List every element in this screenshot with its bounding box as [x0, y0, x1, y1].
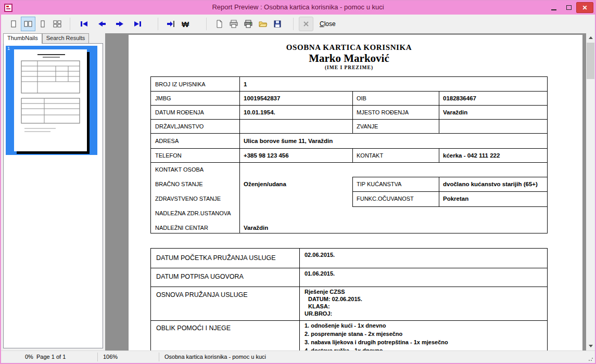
- printer-icon: [229, 20, 238, 28]
- field-value-line: Rješenje CZSS: [305, 289, 345, 295]
- vertical-scrollbar[interactable]: [586, 33, 595, 350]
- last-page-button[interactable]: [129, 17, 146, 31]
- page-width-icon: [39, 20, 47, 28]
- field-label: FUNKC.OČUVANOST: [357, 195, 414, 202]
- field-label: NADLEŽNI CENTAR: [155, 224, 208, 231]
- zoom-level-text: 106%: [103, 354, 118, 360]
- resize-grip[interactable]: [588, 356, 594, 362]
- field-label: DATUM POČETKA PRUŽANJA USLUGE: [156, 254, 276, 262]
- field-value-line: UR.BROJ:: [305, 310, 332, 317]
- stop-button[interactable]: [299, 17, 313, 31]
- field-value-line: DATUM: 02.06.2015.: [305, 296, 362, 303]
- field-label: KONTAKT OSOBA: [155, 166, 204, 173]
- status-bar: 0% Page 1 of 1 106% Osobna kartica koris…: [1, 350, 595, 363]
- field-label: TIP KUĆANSTVA: [357, 180, 401, 188]
- blank-page-button[interactable]: [212, 17, 226, 31]
- minimize-icon: [551, 9, 556, 10]
- field-value: Pokretan: [443, 195, 468, 202]
- next-page-button[interactable]: [111, 17, 129, 31]
- field-label: KONTAKT: [357, 152, 383, 159]
- field-label: MJESTO ROĐENJA: [357, 109, 409, 116]
- tab-thumbnails[interactable]: ThumbNails: [3, 33, 42, 44]
- thumbnail-content-icon: [14, 49, 87, 151]
- window-title: Report Preview : Osobna kartica korisnik…: [1, 3, 595, 11]
- page-info-text: Page 1 of 1: [36, 354, 66, 360]
- report-preview-window: Report Preview : Osobna kartica korisnik…: [0, 0, 596, 364]
- won-sign-icon: ₩: [182, 20, 189, 29]
- blank-page-icon: [215, 20, 223, 28]
- last-page-icon: [132, 20, 143, 28]
- field-value: 0182836467: [443, 95, 476, 102]
- field-label: OIB: [357, 95, 366, 102]
- close-label-rest: lose: [324, 20, 336, 28]
- view-multi-page-button[interactable]: [50, 17, 65, 31]
- first-page-button[interactable]: [75, 17, 93, 31]
- close-icon: ✕: [582, 4, 587, 11]
- field-label: NADLEŽNA ZDR.USTANOVA: [155, 210, 231, 217]
- field-value-line: 2. pospremanje stana - 2x mjesečno: [305, 331, 402, 337]
- scrollbar-up-button[interactable]: [586, 33, 595, 42]
- field-label: OBLIK POMOĆI I NJEGE: [156, 324, 231, 332]
- report-page: OSOBNA KARTICA KORISNIKA Marko Marković …: [129, 35, 582, 350]
- toolbar: ₩ Close: [1, 15, 595, 33]
- field-value: Varaždin: [244, 224, 268, 231]
- first-page-icon: [79, 20, 90, 28]
- title-bar[interactable]: Report Preview : Osobna kartica korisnik…: [1, 1, 595, 15]
- view-two-pages-button[interactable]: [21, 17, 35, 31]
- field-label: DATUM POTPISA UGOVORA: [156, 273, 244, 281]
- sidebar-tabs: ThumbNails Search Results: [3, 33, 89, 43]
- view-page-width-button[interactable]: [35, 17, 50, 31]
- field-label: ZVANJE: [357, 123, 378, 130]
- close-window-button[interactable]: ✕: [576, 2, 593, 13]
- thumbnail-panel[interactable]: 1: [3, 43, 103, 348]
- field-value-line: KLASA:: [305, 303, 330, 310]
- save-report-button[interactable]: [270, 17, 285, 31]
- field-value: 01.06.2015.: [305, 270, 335, 277]
- field-value-line: 3. nabava lijekova i drugih potrepština …: [305, 339, 448, 346]
- toolbar-separator: [70, 18, 70, 30]
- maximize-icon: [566, 5, 572, 10]
- field-label: JMBG: [155, 95, 171, 102]
- next-page-icon: [115, 20, 125, 28]
- printer-setup-icon: [244, 20, 253, 28]
- open-report-button[interactable]: [256, 17, 270, 31]
- maximize-button[interactable]: [561, 2, 576, 13]
- multi-page-icon: [53, 20, 62, 28]
- printer-setup-button[interactable]: [241, 17, 256, 31]
- field-label: ADRESA: [155, 137, 179, 145]
- view-whole-page-button[interactable]: [6, 17, 21, 31]
- scrollbar-down-button[interactable]: [586, 342, 595, 350]
- thumbnail-page[interactable]: [14, 49, 87, 151]
- field-label: OSNOVA PRUŽANJA USLUGE: [156, 291, 248, 299]
- minimize-button[interactable]: [546, 2, 561, 13]
- thumbnail-selected[interactable]: 1: [6, 46, 97, 155]
- previous-page-button[interactable]: [93, 17, 111, 31]
- toolbar-separator: [158, 18, 158, 30]
- field-value: Oženjen/udana: [244, 180, 286, 188]
- progress-text: 0%: [25, 354, 33, 360]
- field-label: DRŽAVLJANSTVO: [155, 123, 204, 130]
- thumbnail-page-number: 1: [7, 46, 10, 51]
- field-value-line: 1. odnošenje kući - 1x dnevno: [305, 322, 386, 329]
- stop-icon: [302, 20, 310, 28]
- field-value: 1: [244, 81, 247, 88]
- field-value: Ulica borove šume 11, Varaždin: [244, 137, 333, 145]
- won-sign-button[interactable]: ₩: [178, 17, 193, 31]
- print-button[interactable]: [226, 17, 241, 31]
- toolbar-separator: [206, 18, 207, 30]
- statusbar-separator: [159, 353, 159, 361]
- tab-search-results[interactable]: Search Results: [42, 33, 90, 43]
- document-name-text: Osobna kartica korisnika - pomoc u kuci: [164, 354, 266, 360]
- export-button[interactable]: [163, 17, 178, 31]
- close-button[interactable]: Close: [320, 20, 336, 28]
- open-folder-icon: [258, 20, 268, 28]
- service-info-table: DATUM POČETKA PRUŽANJA USLUGE 02.06.2015…: [150, 248, 548, 350]
- scrollbar-thumb[interactable]: [587, 43, 594, 79]
- two-pages-icon: [23, 20, 33, 28]
- save-disk-icon: [273, 20, 282, 28]
- field-label: ZDRAVSTVENO STANJE: [155, 195, 221, 202]
- report-person-name: Marko Marković: [150, 52, 548, 65]
- scroll-down-icon: [589, 345, 593, 347]
- field-value: +385 98 123 456: [244, 152, 289, 159]
- field-label: TELEFON: [155, 152, 182, 159]
